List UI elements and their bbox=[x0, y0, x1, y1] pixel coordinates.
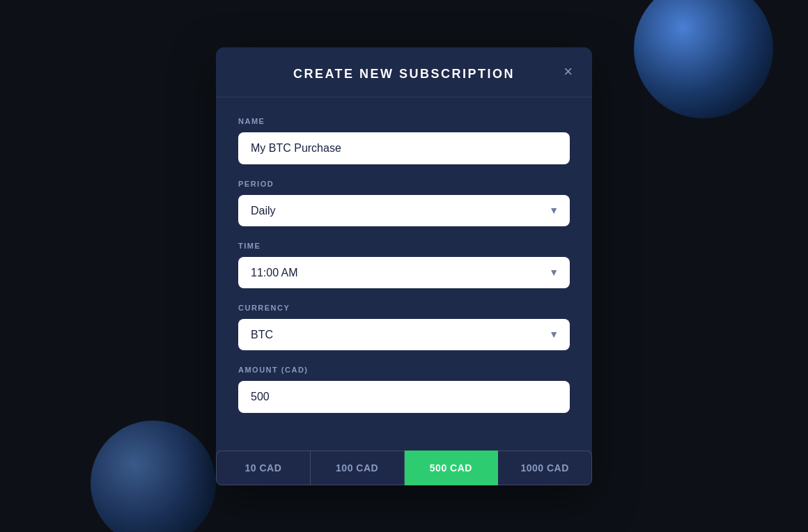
time-select[interactable]: 11:00 AM 12:00 PM 1:00 PM 2:00 PM bbox=[238, 257, 570, 288]
time-select-wrapper: 11:00 AM 12:00 PM 1:00 PM 2:00 PM ▼ bbox=[238, 257, 570, 288]
period-label: PERIOD bbox=[238, 180, 570, 188]
name-field-group: NAME bbox=[238, 117, 570, 164]
time-label: TIME bbox=[238, 242, 570, 250]
modal-title: CREATE NEW SUBSCRIPTION bbox=[293, 67, 515, 81]
close-button[interactable]: × bbox=[558, 61, 578, 82]
currency-select-wrapper: BTC ETH LTC ▼ bbox=[238, 319, 570, 350]
period-select-wrapper: Daily Weekly Monthly ▼ bbox=[238, 195, 570, 226]
amount-label: AMOUNT (CAD) bbox=[238, 366, 570, 374]
currency-select[interactable]: BTC ETH LTC bbox=[238, 319, 570, 350]
amount-input[interactable] bbox=[238, 381, 570, 413]
modal-header: CREATE NEW SUBSCRIPTION × bbox=[216, 47, 592, 97]
period-select[interactable]: Daily Weekly Monthly bbox=[238, 195, 570, 226]
amount-preset-100[interactable]: 100 CAD bbox=[311, 451, 405, 485]
time-field-group: TIME 11:00 AM 12:00 PM 1:00 PM 2:00 PM ▼ bbox=[238, 242, 570, 288]
modal-container: CREATE NEW SUBSCRIPTION × NAME PERIOD Da… bbox=[216, 47, 592, 485]
modal-body: NAME PERIOD Daily Weekly Monthly ▼ TIME bbox=[216, 97, 592, 451]
amount-preset-10[interactable]: 10 CAD bbox=[216, 451, 311, 485]
amount-presets-container: 10 CAD 100 CAD 500 CAD 1000 CAD bbox=[216, 451, 592, 485]
period-field-group: PERIOD Daily Weekly Monthly ▼ bbox=[238, 180, 570, 226]
amount-field-group: AMOUNT (CAD) bbox=[238, 366, 570, 413]
name-input[interactable] bbox=[238, 132, 570, 164]
amount-preset-1000[interactable]: 1000 CAD bbox=[498, 451, 592, 485]
name-label: NAME bbox=[238, 117, 570, 125]
modal-overlay: CREATE NEW SUBSCRIPTION × NAME PERIOD Da… bbox=[0, 0, 808, 532]
currency-label: CURRENCY bbox=[238, 304, 570, 312]
amount-preset-500[interactable]: 500 CAD bbox=[405, 451, 499, 485]
currency-field-group: CURRENCY BTC ETH LTC ▼ bbox=[238, 304, 570, 350]
